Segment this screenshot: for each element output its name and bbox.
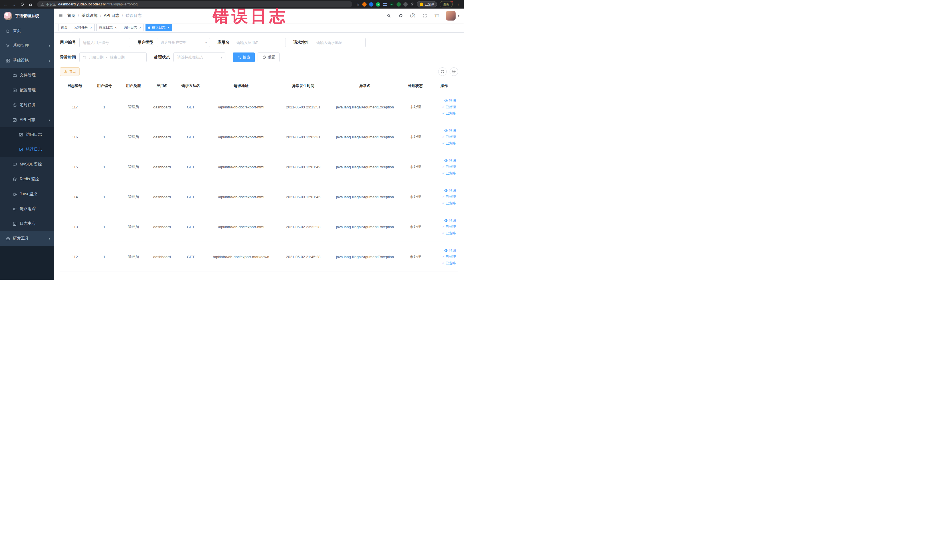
back-button[interactable]: ← bbox=[3, 2, 9, 7]
address-bar[interactable]: 不安全 dashboard.yudao.iocoder.cn/infra/log… bbox=[37, 1, 352, 8]
extension-icon-3[interactable]: V bbox=[376, 2, 380, 6]
cell-id: 117 bbox=[60, 92, 90, 122]
mark-ignored-link[interactable]: ✓已忽略 bbox=[442, 141, 456, 146]
reload-button[interactable] bbox=[20, 2, 25, 7]
extension-icon-7[interactable] bbox=[403, 2, 408, 6]
font-size-icon[interactable]: TT bbox=[434, 13, 440, 18]
tab-error-log[interactable]: 错误日志× bbox=[145, 24, 172, 31]
detail-link[interactable]: 详细 bbox=[444, 248, 456, 253]
exception-time-range-picker[interactable]: 开始日期 - 结束日期 bbox=[79, 52, 147, 62]
extension-icon-1[interactable] bbox=[362, 2, 366, 6]
sidebar-item-dev-tools[interactable]: 研发工具▾ bbox=[0, 231, 54, 246]
column-header: 用户类型 bbox=[119, 80, 148, 92]
mark-ignored-link[interactable]: ✓已忽略 bbox=[442, 201, 456, 206]
github-icon[interactable] bbox=[398, 13, 404, 18]
app-name-input[interactable] bbox=[233, 38, 286, 47]
mark-processed-link[interactable]: ✓已处理 bbox=[442, 255, 456, 259]
sidebar-item-scheduled-jobs[interactable]: 定时任务 bbox=[0, 98, 54, 112]
action-label: 已忽略 bbox=[446, 261, 456, 266]
fullscreen-icon[interactable] bbox=[422, 13, 427, 18]
sidebar-item-log-center[interactable]: 日志中心 bbox=[0, 216, 54, 231]
sidebar-item-file-management[interactable]: 文件管理 bbox=[0, 68, 54, 83]
sidebar-item-link-trace[interactable]: 链路追踪 bbox=[0, 201, 54, 216]
sidebar-item-java-monitor[interactable]: Java 监控 bbox=[0, 186, 54, 201]
sidebar-item-home[interactable]: 首页 bbox=[0, 23, 54, 38]
table-row: 1131管理员dashboardGET/api/infra/db-doc/exp… bbox=[60, 212, 458, 242]
help-icon[interactable]: ? bbox=[410, 13, 416, 18]
sidebar-item-api-logs[interactable]: API 日志▴ bbox=[0, 112, 54, 127]
column-settings-button[interactable] bbox=[450, 67, 458, 76]
mark-ignored-link[interactable]: ✓已忽略 bbox=[442, 261, 456, 266]
update-label: 更新 bbox=[443, 2, 449, 6]
cell-url: /api/infra/db-doc/export-html bbox=[205, 212, 277, 242]
breadcrumb-item-infra[interactable]: 基础设施 bbox=[82, 13, 98, 18]
extensions-puzzle-icon[interactable] bbox=[410, 2, 414, 7]
user-type-select[interactable]: 请选择用户类型 ▾ bbox=[157, 38, 210, 47]
forward-button[interactable]: → bbox=[11, 2, 17, 7]
extension-icon-5[interactable]: on bbox=[390, 2, 394, 6]
bookmark-star-icon[interactable]: ☆ bbox=[356, 2, 360, 6]
home-icon bbox=[6, 29, 10, 33]
export-button[interactable]: 导出 bbox=[60, 67, 79, 76]
detail-link[interactable]: 详细 bbox=[444, 128, 456, 133]
cell-user-type: 管理员 bbox=[119, 242, 148, 272]
gear-icon bbox=[452, 70, 456, 73]
user-id-input[interactable] bbox=[79, 38, 130, 47]
tab-job-log[interactable]: 调度日志× bbox=[96, 24, 119, 31]
profile-paused-chip[interactable]: 已暂停 bbox=[417, 1, 437, 8]
sidebar-item-mysql-monitor[interactable]: MySQL 监控 bbox=[0, 157, 54, 172]
browser-menu-kebab-icon[interactable]: ⋮ bbox=[455, 2, 461, 6]
mark-ignored-link[interactable]: ✓已忽略 bbox=[442, 111, 456, 116]
detail-link[interactable]: 详细 bbox=[444, 188, 456, 193]
active-tab-dot bbox=[148, 26, 150, 29]
extension-icon-4[interactable] bbox=[383, 2, 387, 6]
navbar-actions: ? TT ▾ bbox=[386, 11, 459, 21]
mark-ignored-link[interactable]: ✓已忽略 bbox=[442, 171, 456, 176]
mark-processed-link[interactable]: ✓已处理 bbox=[442, 195, 456, 200]
process-status-select[interactable]: 请选择处理状态 ▾ bbox=[174, 52, 225, 62]
close-icon[interactable]: × bbox=[90, 26, 92, 29]
extension-icon-6[interactable] bbox=[397, 2, 401, 6]
cell-time: 2021-05-03 23:13:51 bbox=[277, 92, 330, 122]
close-icon[interactable]: × bbox=[114, 26, 117, 29]
breadcrumb-item-api-log[interactable]: API 日志 bbox=[104, 13, 119, 18]
action-label: 详细 bbox=[449, 158, 456, 163]
app-logo[interactable]: 芋道管理系统 bbox=[0, 9, 54, 23]
close-icon[interactable]: × bbox=[168, 26, 169, 29]
sidebar-item-error-log[interactable]: 错误日志 bbox=[0, 142, 54, 157]
request-url-input[interactable] bbox=[313, 38, 366, 47]
sidebar-item-redis-monitor[interactable]: Redis 监控 bbox=[0, 172, 54, 186]
reset-button[interactable]: 重置 bbox=[258, 52, 279, 62]
mark-processed-link[interactable]: ✓已处理 bbox=[442, 135, 456, 139]
browser-update-button[interactable]: 更新 bbox=[440, 1, 453, 8]
tab-scheduled-jobs[interactable]: 定时任务× bbox=[72, 24, 95, 31]
search-button[interactable]: 搜索 bbox=[233, 52, 255, 62]
caret-down-icon[interactable]: ▾ bbox=[458, 14, 459, 17]
mark-processed-link[interactable]: ✓已处理 bbox=[442, 165, 456, 169]
mark-processed-link[interactable]: ✓已处理 bbox=[442, 224, 456, 229]
detail-link[interactable]: 详细 bbox=[444, 158, 456, 163]
sidebar-item-config-management[interactable]: 配置管理 bbox=[0, 83, 54, 98]
extension-icon-2[interactable] bbox=[369, 2, 374, 6]
detail-link[interactable]: 详细 bbox=[444, 98, 456, 103]
home-button[interactable] bbox=[27, 2, 34, 7]
sidebar-item-infrastructure[interactable]: 基础设施▴ bbox=[0, 53, 54, 68]
mark-processed-link[interactable]: ✓已处理 bbox=[442, 105, 456, 110]
sidebar-menu: 首页系统管理▾基础设施▴文件管理配置管理定时任务API 日志▴访问日志错误日志M… bbox=[0, 23, 54, 280]
tab-access-log[interactable]: 访问日志× bbox=[121, 24, 144, 31]
search-icon[interactable] bbox=[386, 13, 392, 18]
breadcrumb-item-home[interactable]: 首页 bbox=[67, 13, 75, 18]
cell-user-id: 1 bbox=[90, 122, 119, 152]
sidebar-item-system-management[interactable]: 系统管理▾ bbox=[0, 38, 54, 53]
column-header: 异常名 bbox=[330, 80, 400, 92]
filter-app-name: 应用名 bbox=[217, 38, 286, 47]
sidebar-item-access-log[interactable]: 访问日志 bbox=[0, 127, 54, 142]
refresh-table-button[interactable] bbox=[438, 67, 447, 76]
tab-home[interactable]: 首页 bbox=[58, 24, 70, 31]
tab-label: 访问日志 bbox=[124, 25, 137, 30]
user-avatar[interactable] bbox=[446, 11, 456, 21]
mark-ignored-link[interactable]: ✓已忽略 bbox=[442, 231, 456, 236]
hamburger-button[interactable] bbox=[59, 14, 63, 18]
detail-link[interactable]: 详细 bbox=[444, 218, 456, 223]
close-icon[interactable]: × bbox=[139, 26, 141, 29]
